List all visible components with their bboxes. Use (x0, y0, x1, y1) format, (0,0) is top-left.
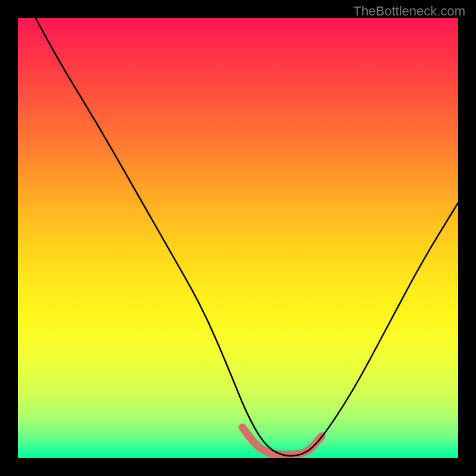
watermark-text: TheBottleneck.com (353, 4, 465, 19)
chart-frame (18, 18, 458, 458)
highlight-segment (242, 427, 321, 455)
main-curve (36, 18, 458, 456)
chart-lines (18, 18, 458, 458)
